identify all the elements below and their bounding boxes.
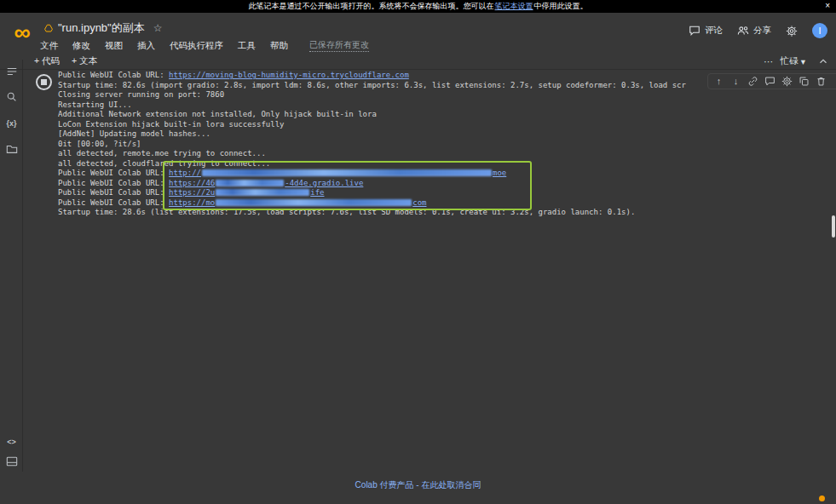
redacted-url-segment [216, 189, 309, 196]
output-line: Startup time: 28.6s (list extensions: 17… [58, 208, 829, 218]
comment-label: 评论 [705, 25, 723, 37]
output-text: Additional Network extension not install… [58, 110, 377, 118]
scrollbar-thumb[interactable] [832, 215, 835, 238]
move-cell-down-icon[interactable]: ↓ [730, 76, 741, 87]
saved-status[interactable]: 已保存所有更改 [309, 39, 369, 52]
runtime-status-button[interactable]: 忙碌 ▾ [781, 55, 805, 67]
output-link[interactable]: moe [493, 169, 506, 177]
output-line: Additional Network extension not install… [58, 110, 829, 120]
footer: Colab 付费产品 - 在此处取消合同 [0, 472, 836, 504]
redacted-url-segment [216, 199, 412, 206]
output-line: Public WebUI Colab URL: https://46-4d4e.… [58, 179, 829, 189]
add-text-button[interactable]: + 文本 [72, 55, 97, 67]
files-folder-icon[interactable] [5, 142, 18, 155]
output-line: Public WebUI Colab URL: https://mocom [58, 198, 829, 209]
stop-icon [41, 79, 47, 85]
output-link[interactable]: com [412, 198, 426, 207]
title-row: "run.ipynb"的副本 ☆ [44, 20, 162, 36]
connect-options-icon[interactable]: ⋯ [764, 56, 774, 66]
menu-help[interactable]: 帮助 [270, 40, 288, 52]
menu-edit[interactable]: 修改 [72, 40, 90, 52]
menu-tools[interactable]: 工具 [238, 40, 256, 52]
output-text: Public WebUI Colab URL: [58, 198, 169, 207]
add-code-button[interactable]: + 代码 [34, 55, 60, 67]
comment-icon [689, 25, 701, 37]
output-line: [AddNet] Updating model hashes... [58, 129, 829, 140]
code-snippets-icon[interactable]: <> [5, 435, 18, 448]
output-text: [AddNet] Updating model hashes... [58, 129, 210, 138]
output-text: Startup time: 82.6s (import gradio: 2.8s… [58, 81, 686, 89]
collapse-header-icon[interactable] [817, 55, 829, 67]
output-text: all detected, cloudflared trying to conn… [58, 159, 270, 168]
user-avatar[interactable]: I [812, 23, 827, 38]
move-cell-up-icon[interactable]: ↑ [713, 76, 724, 87]
output-line: all detected, cloudflared trying to conn… [58, 159, 829, 169]
notification-dot[interactable] [819, 495, 825, 501]
notebook-title[interactable]: "run.ipynb"的副本 [58, 20, 145, 36]
search-icon[interactable] [5, 90, 18, 103]
notebook-warning-banner: 此笔记本是通过不公开输出项打开的。系统将不会保存输出项。您可以在笔记本设置中停用… [0, 0, 836, 13]
output-line: Public WebUI Colab URL: http://moe [58, 169, 829, 179]
cancel-contract-link[interactable]: 在此处取消合同 [421, 480, 481, 490]
output-link[interactable]: ife [310, 188, 324, 197]
banner-text: 此笔记本是通过不公开输出项打开的。系统将不会保存输出项。您可以在笔记本设置中停用… [249, 1, 588, 12]
stop-cell-button[interactable] [36, 74, 52, 90]
output-link[interactable]: https://moving-blog-humidity-micro.trycl… [169, 71, 409, 79]
menu-view[interactable]: 视图 [105, 40, 123, 52]
comment-button[interactable]: 评论 [689, 25, 723, 37]
output-text: Startup time: 28.6s (list extensions: 17… [58, 208, 635, 216]
output-link[interactable]: http:// [169, 169, 201, 177]
redacted-url-segment [202, 169, 492, 176]
settings-gear-icon[interactable] [786, 25, 798, 37]
cell-comment-icon[interactable] [764, 76, 775, 87]
delete-cell-icon[interactable] [816, 76, 827, 87]
output-link[interactable]: -4d4e.gradio.live [285, 179, 363, 187]
output-line: Closing server running on port: 7860 [58, 90, 829, 100]
mirror-cell-icon[interactable] [799, 76, 810, 87]
share-button[interactable]: 分享 [737, 25, 771, 37]
banner-text-after: 中停用此设置。 [534, 2, 588, 10]
output-text: all detected, remote.moe trying to conne… [58, 149, 266, 158]
notebook-settings-link[interactable]: 笔记本设置 [495, 2, 533, 10]
output-text: Public WebUI Colab URL: [58, 188, 169, 197]
output-line: 0it [00:00, ?it/s] [58, 140, 829, 150]
colab-products-link[interactable]: Colab 付费产品 [355, 480, 414, 490]
cell-toolbar: ↑ ↓ ⋮ [707, 73, 836, 89]
output-line: all detected, remote.moe trying to conne… [58, 149, 829, 159]
colab-logo-icon[interactable]: ∞ [9, 14, 36, 50]
console-panel-icon[interactable] [5, 455, 18, 467]
output-text: Public WebUI Colab URL: [58, 179, 169, 187]
footer-text: Colab 付费产品 - 在此处取消合同 [0, 479, 836, 491]
cell-settings-gear-icon[interactable] [781, 76, 793, 87]
menu-runtime[interactable]: 代码执行程序 [170, 40, 223, 52]
menu-bar: 文件 修改 视图 插入 代码执行程序 工具 帮助 已保存所有更改 [40, 39, 369, 52]
output-text: 0it [00:00, ?it/s] [58, 140, 141, 148]
output-line: LoCon Extension hijack built-in lora suc… [58, 120, 829, 130]
copy-link-icon[interactable] [747, 76, 758, 87]
banner-close-icon[interactable]: × [825, 1, 830, 10]
output-link[interactable]: https://mo [169, 198, 215, 207]
output-text: Public WebUI Colab URL: [58, 71, 169, 79]
people-icon [737, 25, 749, 37]
runtime-status-label: 忙碌 [781, 55, 799, 67]
output-line: Restarting UI... [58, 100, 829, 111]
menu-insert[interactable]: 插入 [137, 40, 155, 52]
colab-app: 此笔记本是通过不公开输出项打开的。系统将不会保存输出项。您可以在笔记本设置中停用… [0, 0, 836, 504]
more-actions-icon[interactable]: ⋮ [833, 76, 836, 87]
status-cluster: ⋯ 忙碌 ▾ [764, 55, 805, 67]
notebook-toolbar: + 代码 + 文本 ⋯ 忙碌 ▾ [0, 53, 836, 70]
output-text: LoCon Extension hijack built-in lora suc… [58, 120, 285, 129]
redacted-url-segment [216, 180, 284, 186]
caret-down-icon: ▾ [801, 56, 805, 66]
output-text: Closing server running on port: 7860 [58, 90, 224, 99]
star-icon[interactable]: ☆ [153, 22, 163, 34]
share-label: 分享 [753, 25, 771, 37]
output-link[interactable]: https://2u [169, 188, 215, 197]
variables-icon[interactable]: {x} [5, 117, 18, 129]
output-link[interactable]: https://46 [169, 179, 215, 187]
menu-file[interactable]: 文件 [40, 40, 58, 52]
table-of-contents-icon[interactable] [5, 65, 18, 77]
header-actions: 评论 分享 I [689, 23, 827, 38]
output-text: Public WebUI Colab URL: [58, 169, 169, 177]
drive-icon [44, 24, 53, 32]
